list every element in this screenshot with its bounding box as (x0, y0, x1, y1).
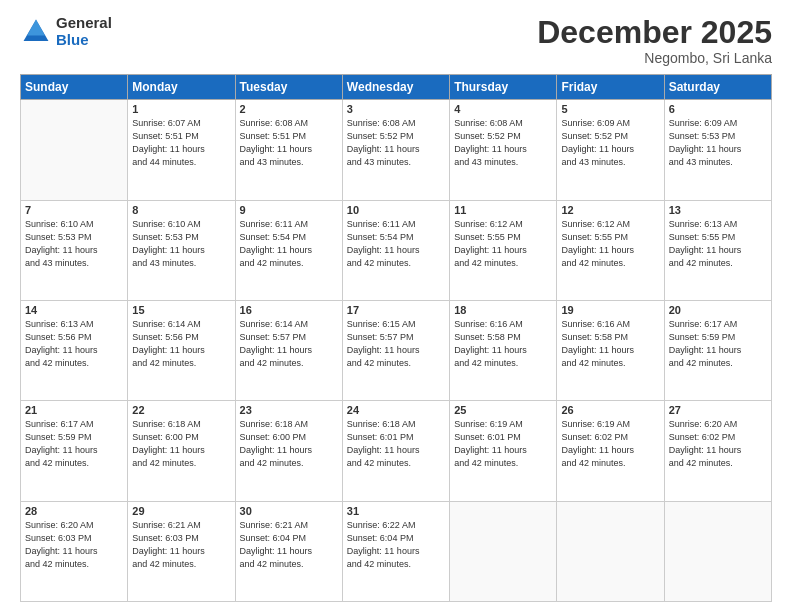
day-info: Sunrise: 6:08 AM Sunset: 5:52 PM Dayligh… (454, 117, 552, 169)
week-row-0: 1Sunrise: 6:07 AM Sunset: 5:51 PM Daylig… (21, 100, 772, 200)
day-info: Sunrise: 6:18 AM Sunset: 6:00 PM Dayligh… (240, 418, 338, 470)
logo-icon (20, 16, 52, 48)
day-number: 21 (25, 404, 123, 416)
calendar-cell: 2Sunrise: 6:08 AM Sunset: 5:51 PM Daylig… (235, 100, 342, 200)
day-number: 6 (669, 103, 767, 115)
day-number: 22 (132, 404, 230, 416)
day-info: Sunrise: 6:12 AM Sunset: 5:55 PM Dayligh… (561, 218, 659, 270)
week-row-2: 14Sunrise: 6:13 AM Sunset: 5:56 PM Dayli… (21, 300, 772, 400)
day-info: Sunrise: 6:21 AM Sunset: 6:03 PM Dayligh… (132, 519, 230, 571)
day-info: Sunrise: 6:13 AM Sunset: 5:56 PM Dayligh… (25, 318, 123, 370)
calendar-cell: 25Sunrise: 6:19 AM Sunset: 6:01 PM Dayli… (450, 401, 557, 501)
day-info: Sunrise: 6:15 AM Sunset: 5:57 PM Dayligh… (347, 318, 445, 370)
col-sunday: Sunday (21, 75, 128, 100)
calendar-cell: 30Sunrise: 6:21 AM Sunset: 6:04 PM Dayli… (235, 501, 342, 601)
logo: General Blue (20, 15, 112, 48)
day-number: 28 (25, 505, 123, 517)
page: General Blue December 2025 Negombo, Sri … (0, 0, 792, 612)
day-number: 18 (454, 304, 552, 316)
day-number: 31 (347, 505, 445, 517)
calendar-cell: 4Sunrise: 6:08 AM Sunset: 5:52 PM Daylig… (450, 100, 557, 200)
day-info: Sunrise: 6:11 AM Sunset: 5:54 PM Dayligh… (240, 218, 338, 270)
calendar-cell: 31Sunrise: 6:22 AM Sunset: 6:04 PM Dayli… (342, 501, 449, 601)
calendar-cell: 29Sunrise: 6:21 AM Sunset: 6:03 PM Dayli… (128, 501, 235, 601)
title-block: December 2025 Negombo, Sri Lanka (537, 15, 772, 66)
day-number: 11 (454, 204, 552, 216)
col-thursday: Thursday (450, 75, 557, 100)
svg-marker-1 (27, 19, 45, 35)
calendar-cell: 22Sunrise: 6:18 AM Sunset: 6:00 PM Dayli… (128, 401, 235, 501)
day-info: Sunrise: 6:11 AM Sunset: 5:54 PM Dayligh… (347, 218, 445, 270)
logo-text: General Blue (56, 15, 112, 48)
day-number: 13 (669, 204, 767, 216)
day-info: Sunrise: 6:10 AM Sunset: 5:53 PM Dayligh… (25, 218, 123, 270)
logo-blue-text: Blue (56, 32, 112, 49)
calendar-cell: 14Sunrise: 6:13 AM Sunset: 5:56 PM Dayli… (21, 300, 128, 400)
day-number: 4 (454, 103, 552, 115)
day-info: Sunrise: 6:20 AM Sunset: 6:03 PM Dayligh… (25, 519, 123, 571)
calendar-table: Sunday Monday Tuesday Wednesday Thursday… (20, 74, 772, 602)
calendar-cell (450, 501, 557, 601)
week-row-4: 28Sunrise: 6:20 AM Sunset: 6:03 PM Dayli… (21, 501, 772, 601)
day-info: Sunrise: 6:14 AM Sunset: 5:56 PM Dayligh… (132, 318, 230, 370)
day-number: 7 (25, 204, 123, 216)
day-info: Sunrise: 6:13 AM Sunset: 5:55 PM Dayligh… (669, 218, 767, 270)
calendar-cell: 26Sunrise: 6:19 AM Sunset: 6:02 PM Dayli… (557, 401, 664, 501)
day-number: 3 (347, 103, 445, 115)
day-info: Sunrise: 6:10 AM Sunset: 5:53 PM Dayligh… (132, 218, 230, 270)
calendar-cell: 16Sunrise: 6:14 AM Sunset: 5:57 PM Dayli… (235, 300, 342, 400)
logo-general-text: General (56, 15, 112, 32)
calendar-cell: 13Sunrise: 6:13 AM Sunset: 5:55 PM Dayli… (664, 200, 771, 300)
day-info: Sunrise: 6:09 AM Sunset: 5:53 PM Dayligh… (669, 117, 767, 169)
calendar-cell (664, 501, 771, 601)
calendar-cell: 5Sunrise: 6:09 AM Sunset: 5:52 PM Daylig… (557, 100, 664, 200)
calendar-cell: 19Sunrise: 6:16 AM Sunset: 5:58 PM Dayli… (557, 300, 664, 400)
day-info: Sunrise: 6:09 AM Sunset: 5:52 PM Dayligh… (561, 117, 659, 169)
day-info: Sunrise: 6:16 AM Sunset: 5:58 PM Dayligh… (454, 318, 552, 370)
header: General Blue December 2025 Negombo, Sri … (20, 15, 772, 66)
col-saturday: Saturday (664, 75, 771, 100)
day-info: Sunrise: 6:14 AM Sunset: 5:57 PM Dayligh… (240, 318, 338, 370)
location-subtitle: Negombo, Sri Lanka (537, 50, 772, 66)
week-row-1: 7Sunrise: 6:10 AM Sunset: 5:53 PM Daylig… (21, 200, 772, 300)
day-info: Sunrise: 6:17 AM Sunset: 5:59 PM Dayligh… (25, 418, 123, 470)
calendar-cell: 15Sunrise: 6:14 AM Sunset: 5:56 PM Dayli… (128, 300, 235, 400)
calendar-cell (557, 501, 664, 601)
day-info: Sunrise: 6:08 AM Sunset: 5:52 PM Dayligh… (347, 117, 445, 169)
day-number: 10 (347, 204, 445, 216)
day-number: 16 (240, 304, 338, 316)
calendar-cell: 1Sunrise: 6:07 AM Sunset: 5:51 PM Daylig… (128, 100, 235, 200)
day-number: 8 (132, 204, 230, 216)
calendar-cell (21, 100, 128, 200)
day-number: 15 (132, 304, 230, 316)
calendar-cell: 24Sunrise: 6:18 AM Sunset: 6:01 PM Dayli… (342, 401, 449, 501)
calendar-cell: 10Sunrise: 6:11 AM Sunset: 5:54 PM Dayli… (342, 200, 449, 300)
calendar-cell: 6Sunrise: 6:09 AM Sunset: 5:53 PM Daylig… (664, 100, 771, 200)
day-number: 26 (561, 404, 659, 416)
day-number: 25 (454, 404, 552, 416)
day-number: 27 (669, 404, 767, 416)
day-info: Sunrise: 6:07 AM Sunset: 5:51 PM Dayligh… (132, 117, 230, 169)
calendar-cell: 11Sunrise: 6:12 AM Sunset: 5:55 PM Dayli… (450, 200, 557, 300)
day-number: 23 (240, 404, 338, 416)
calendar-cell: 17Sunrise: 6:15 AM Sunset: 5:57 PM Dayli… (342, 300, 449, 400)
calendar-header-row: Sunday Monday Tuesday Wednesday Thursday… (21, 75, 772, 100)
calendar-cell: 23Sunrise: 6:18 AM Sunset: 6:00 PM Dayli… (235, 401, 342, 501)
day-number: 12 (561, 204, 659, 216)
col-tuesday: Tuesday (235, 75, 342, 100)
calendar-cell: 9Sunrise: 6:11 AM Sunset: 5:54 PM Daylig… (235, 200, 342, 300)
calendar-cell: 7Sunrise: 6:10 AM Sunset: 5:53 PM Daylig… (21, 200, 128, 300)
day-info: Sunrise: 6:22 AM Sunset: 6:04 PM Dayligh… (347, 519, 445, 571)
day-info: Sunrise: 6:08 AM Sunset: 5:51 PM Dayligh… (240, 117, 338, 169)
month-title: December 2025 (537, 15, 772, 50)
day-number: 2 (240, 103, 338, 115)
calendar-cell: 21Sunrise: 6:17 AM Sunset: 5:59 PM Dayli… (21, 401, 128, 501)
calendar-cell: 27Sunrise: 6:20 AM Sunset: 6:02 PM Dayli… (664, 401, 771, 501)
calendar-cell: 20Sunrise: 6:17 AM Sunset: 5:59 PM Dayli… (664, 300, 771, 400)
calendar-cell: 12Sunrise: 6:12 AM Sunset: 5:55 PM Dayli… (557, 200, 664, 300)
day-number: 24 (347, 404, 445, 416)
day-number: 14 (25, 304, 123, 316)
day-info: Sunrise: 6:18 AM Sunset: 6:00 PM Dayligh… (132, 418, 230, 470)
calendar-cell: 28Sunrise: 6:20 AM Sunset: 6:03 PM Dayli… (21, 501, 128, 601)
day-info: Sunrise: 6:12 AM Sunset: 5:55 PM Dayligh… (454, 218, 552, 270)
